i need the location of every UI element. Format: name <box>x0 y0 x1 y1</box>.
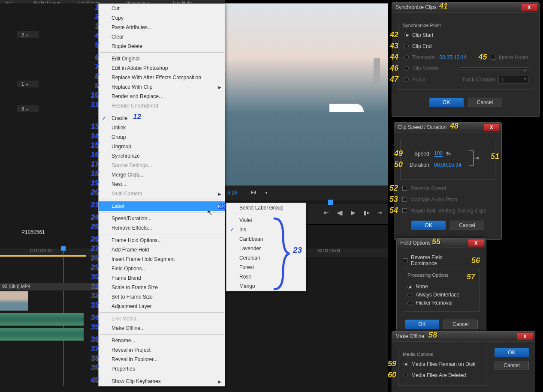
menu-item-insert-frame-hold-segment[interactable]: Insert Frame Hold Segment28 <box>99 254 225 264</box>
none-radio[interactable] <box>407 284 412 289</box>
label-caribbean[interactable]: Caribbean <box>226 234 306 244</box>
step-fwd-icon[interactable]: ▮▸ <box>363 209 370 216</box>
goto-in-icon[interactable]: ⇤ <box>324 209 329 216</box>
menu-item-merge-clips[interactable]: Merge Clips...18 <box>99 170 225 180</box>
menu-item-edit-original[interactable]: Edit Original6 <box>99 54 225 63</box>
track-dropdown-3[interactable]: 3 <box>17 105 39 112</box>
menu-item-edit-in-adobe-photoshop[interactable]: Edit in Adobe Photoshop7 <box>99 63 225 73</box>
clip-end-radio[interactable] <box>404 44 409 48</box>
menu-item-set-to-frame-size[interactable]: Set to Frame Size32 <box>99 292 225 302</box>
goto-out-icon[interactable]: ⇥ <box>377 209 383 216</box>
step-back-icon[interactable]: ◂▮ <box>337 209 343 216</box>
ok-button[interactable]: OK <box>411 221 446 230</box>
menu-item-frame-blend[interactable]: Frame Blend30 <box>99 273 225 283</box>
ripple-edit-checkbox[interactable] <box>402 208 407 213</box>
timecode-input[interactable]: 00;35;10;14 <box>440 54 467 60</box>
menu-item-replace-with-clip[interactable]: Replace With Clip▶9 <box>99 82 225 92</box>
menu-item-add-frame-hold[interactable]: Add Frame Hold27 <box>99 245 225 254</box>
menu-item-enable[interactable]: Enable✓12 <box>99 114 225 123</box>
audio-track-1[interactable] <box>0 313 84 326</box>
menu-item-copy[interactable]: Copy2 <box>99 13 225 23</box>
menu-item-clear[interactable]: Clear4 <box>99 32 225 42</box>
ok-button[interactable]: OK <box>429 98 464 107</box>
menu-item-label[interactable]: Label▶21 <box>99 201 225 211</box>
duration-input[interactable]: 00;00;15;34 <box>434 162 461 168</box>
maintain-pitch-checkbox[interactable] <box>402 197 407 202</box>
work-area-bar[interactable] <box>0 255 86 257</box>
reverse-field-checkbox[interactable] <box>403 258 407 263</box>
menu-item-ripple-delete[interactable]: Ripple Delete5 <box>99 42 225 51</box>
make-offline-dialog: Make Offline 58 X Media Options 59Media … <box>392 331 535 392</box>
close-button[interactable]: X <box>468 239 484 247</box>
sequence-tab[interactable]: P1050561 <box>21 229 45 235</box>
menu-item-source-settings[interactable]: Source Settings...17 <box>99 161 225 170</box>
menu-item-group[interactable]: Group14 <box>99 132 225 142</box>
label-violet[interactable]: Violet <box>226 215 306 225</box>
play-icon[interactable]: ▶ <box>351 209 356 216</box>
select-label-group[interactable]: Select Label Group22 <box>226 203 306 212</box>
close-button[interactable]: X <box>483 123 500 131</box>
ok-button[interactable]: OK <box>495 348 529 357</box>
track-channel-select[interactable]: 1 <box>498 76 528 84</box>
speed-input[interactable]: 100 <box>434 150 443 157</box>
menu-item-reveal-in-explorer[interactable]: Reveal in Explorer...38 <box>99 355 225 364</box>
clip-marker-radio[interactable] <box>404 66 409 71</box>
menu-item-render-and-replace[interactable]: Render and Replace...10 <box>99 92 225 101</box>
menu-item-restore-unrendered[interactable]: Restore Unrendered11 <box>99 101 225 111</box>
menu-item-reveal-in-project[interactable]: Reveal in Project37 <box>99 345 225 355</box>
timecode-display: 6:26 <box>227 190 237 196</box>
menu-item-link-media[interactable]: Link Media...34 <box>99 314 225 323</box>
menu-item-rename[interactable]: Rename...36 <box>99 336 225 345</box>
flicker-removal-radio[interactable] <box>407 301 412 305</box>
menu-item-remove-effects[interactable]: Remove Effects...25 <box>99 223 225 233</box>
reverse-speed-checkbox[interactable] <box>402 186 407 191</box>
menu-item-ungroup[interactable]: Ungroup15 <box>99 142 225 151</box>
menu-item-multi-camera[interactable]: Multi-Camera▶20 <box>99 189 225 198</box>
clip-speed-duration-dialog: Clip Speed / Duration 48 X 49 Speed: 100… <box>394 122 502 240</box>
ok-button[interactable]: OK <box>405 320 439 329</box>
menu-item-adjustment-layer[interactable]: Adjustment Layer33 <box>99 302 225 311</box>
marker-select[interactable] <box>460 67 528 70</box>
audio-track-2[interactable] <box>0 328 84 341</box>
menu-item-nest[interactable]: Nest...19 <box>99 180 225 189</box>
menu-item-properties[interactable]: Properties39 <box>99 364 225 374</box>
label-forest[interactable]: Forest <box>226 263 306 272</box>
program-monitor <box>225 3 388 186</box>
ignore-hours-checkbox[interactable] <box>491 55 495 60</box>
track-dropdown-1[interactable]: 2 <box>17 31 39 38</box>
clip-start-radio[interactable] <box>404 33 409 37</box>
label-mango[interactable]: Mango <box>226 281 306 291</box>
clip-thumbnail[interactable] <box>0 291 28 311</box>
close-button[interactable]: X <box>517 332 533 340</box>
track-dropdown-2[interactable]: 1 <box>17 81 39 87</box>
label-iris[interactable]: Iris✓ <box>226 225 306 234</box>
menu-item-unlink[interactable]: Unlink13 <box>99 123 225 132</box>
timecode-radio[interactable] <box>404 55 409 60</box>
cancel-button[interactable]: Cancel <box>443 320 478 329</box>
clip-context-menu: Cut1Copy2Paste Attributes...3Clear4Rippl… <box>98 3 225 386</box>
menu-item-frame-hold-options[interactable]: Frame Hold Options...26 <box>99 236 225 245</box>
audio-radio[interactable] <box>404 77 409 82</box>
menu-item-replace-with-after-effects-composition[interactable]: Replace With After Effects Composition8 <box>99 73 225 82</box>
files-remain-radio[interactable] <box>403 362 408 366</box>
menu-item-synchronize[interactable]: Synchronize16 <box>99 151 225 161</box>
monitor-playhead[interactable] <box>328 200 333 205</box>
menu-item-make-offline[interactable]: Make Offline...35 <box>99 323 225 333</box>
column-headers: age Audio Usage Tape Name Description Lo… <box>0 0 225 3</box>
menu-item-speed-duration[interactable]: Speed/Duration...24 <box>99 214 225 223</box>
menu-item-paste-attributes[interactable]: Paste Attributes...3 <box>99 23 225 32</box>
menu-item-field-options[interactable]: Field Options...29 <box>99 264 225 273</box>
cancel-button[interactable]: Cancel <box>450 221 484 230</box>
label-rose[interactable]: Rose <box>226 272 306 281</box>
video-frame <box>225 3 388 186</box>
files-deleted-radio[interactable] <box>403 373 408 377</box>
menu-item-cut[interactable]: Cut1 <box>99 4 225 13</box>
menu-item-show-clip-keyframes[interactable]: Show Clip Keyframes▶40 <box>99 377 225 386</box>
cancel-button[interactable]: Cancel <box>495 361 529 370</box>
close-button[interactable]: X <box>521 3 537 11</box>
cancel-button[interactable]: Cancel <box>468 98 502 107</box>
dialog-title: Synchronize Clips 41 X <box>392 3 539 12</box>
zoom-select[interactable]: Fit <box>251 190 267 195</box>
deinterlace-radio[interactable] <box>407 293 412 297</box>
menu-item-scale-to-frame-size[interactable]: Scale to Frame Size31 <box>99 283 225 292</box>
